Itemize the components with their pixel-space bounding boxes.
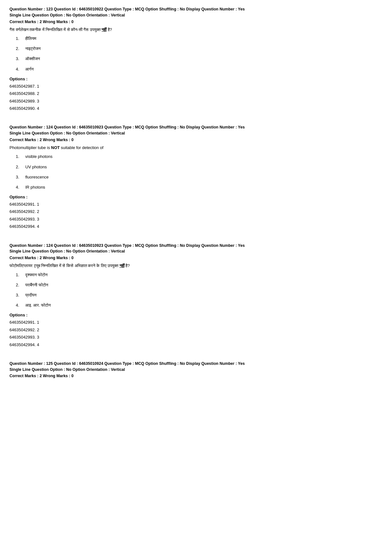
question-124-en-text: Photomultiplier tube is NOT suitable for… xyxy=(9,145,383,151)
question-124-en-marks: Correct Marks : 2 Wrong Marks : 0 xyxy=(9,138,383,142)
list-item: 4.IR photons xyxy=(16,184,383,190)
list-item: 3.fluorescence xyxy=(16,174,383,180)
question-124-en: Question Number : 124 Question Id : 6463… xyxy=(9,124,383,230)
question-124-en-meta-line2: Single Line Question Option : No Option … xyxy=(9,131,125,135)
question-123-meta-line2: Single Line Question Option : No Option … xyxy=(9,13,125,17)
list-item: 4.आइ. आर. फोटोन xyxy=(16,302,383,308)
question-123-marks: Correct Marks : 2 Wrong Marks : 0 xyxy=(9,20,383,24)
question-123-meta: Question Number : 123 Question Id : 6463… xyxy=(9,6,383,18)
question-123-text: गैस वर्णलेखन तकनीक में निम्नलिखित में से… xyxy=(9,27,383,33)
question-124-hi-meta-line2: Single Line Question Option : No Option … xyxy=(9,249,125,253)
list-item: 2.UV photons xyxy=(16,164,383,170)
list-item: 1.हीलियम xyxy=(16,36,383,41)
list-item: 1.दृश्यमान फोटोन xyxy=(16,272,383,278)
question-124-hi-option-ids: 64635042991. 1 64635042992. 2 6463504299… xyxy=(9,319,383,348)
list-item: 3.प्रदीपन xyxy=(16,292,383,298)
question-125-marks: Correct Marks : 2 Wrong Marks : 0 xyxy=(9,374,383,378)
question-124-en-options: 1.visible photons 2.UV photons 3.fluores… xyxy=(16,154,383,190)
list-item: 3.ऑक्सीजन xyxy=(16,56,383,62)
question-124-hi-marks: Correct Marks : 2 Wrong Marks : 0 xyxy=(9,256,383,260)
list-item: 4.आर्गन xyxy=(16,66,383,72)
question-124-hi-options: 1.दृश्यमान फोटोन 2.पराबैंगनी फोटोन 3.प्र… xyxy=(16,272,383,309)
question-125-meta-line1: Question Number : 125 Question Id : 6463… xyxy=(9,361,245,366)
question-123-options-label: Options : xyxy=(9,77,383,81)
question-123-options: 1.हीलियम 2.नाइट्रोजन 3.ऑक्सीजन 4.आर्गन xyxy=(16,36,383,72)
question-124-hi-meta-line1: Question Number : 124 Question Id : 6463… xyxy=(9,243,245,248)
question-124-en-meta: Question Number : 124 Question Id : 6463… xyxy=(9,124,383,136)
list-item: 2.नाइट्रोजन xyxy=(16,46,383,52)
question-123-meta-line1: Question Number : 123 Question Id : 6463… xyxy=(9,7,245,11)
question-124-hi-meta: Question Number : 124 Question Id : 6463… xyxy=(9,243,383,255)
list-item: 1.visible photons xyxy=(16,154,383,159)
question-125: Question Number : 125 Question Id : 6463… xyxy=(9,361,383,378)
list-item: 2.पराबैंगनी फोटोन xyxy=(16,282,383,288)
question-125-meta-line2: Single Line Question Option : No Option … xyxy=(9,367,125,372)
question-125-meta: Question Number : 125 Question Id : 6463… xyxy=(9,361,383,373)
question-124-hi: Question Number : 124 Question Id : 6463… xyxy=(9,243,383,348)
question-124-hi-text: फोटोमल्टिप्लायर ट्यूब निम्नलिखित में से … xyxy=(9,263,383,269)
question-124-hi-options-label: Options : xyxy=(9,313,383,317)
question-123-option-ids: 64635042987. 1 64635042988. 2 6463504298… xyxy=(9,83,383,112)
question-124-en-option-ids: 64635042991. 1 64635042992. 2 6463504299… xyxy=(9,201,383,230)
question-124-en-meta-line1: Question Number : 124 Question Id : 6463… xyxy=(9,125,245,129)
question-123: Question Number : 123 Question Id : 6463… xyxy=(9,6,383,112)
question-124-en-options-label: Options : xyxy=(9,195,383,199)
